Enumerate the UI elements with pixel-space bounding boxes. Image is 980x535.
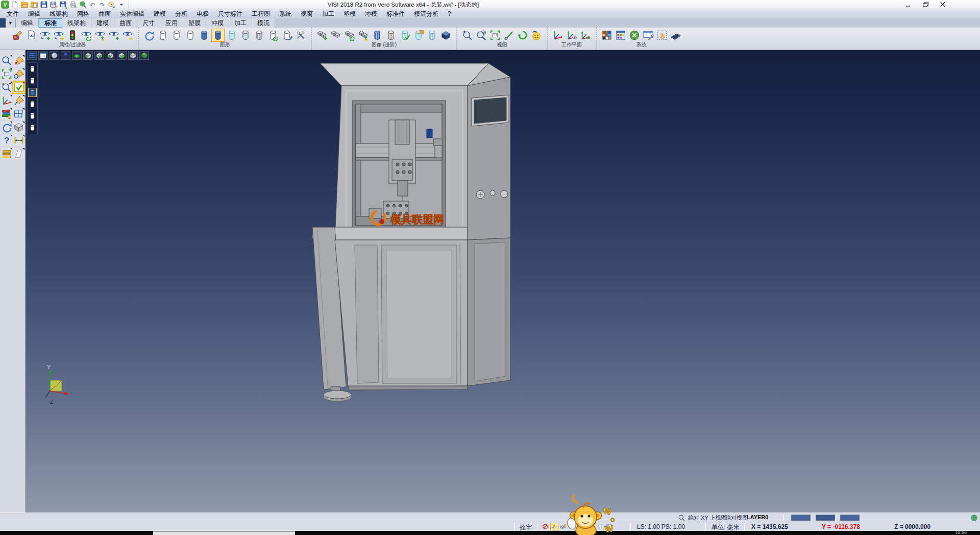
os-taskbar[interactable]: 15:56 <box>0 531 980 535</box>
copy-view-icon[interactable] <box>280 29 293 42</box>
zoom-scale-icon[interactable] <box>1 82 12 93</box>
attribute-copy-icon[interactable] <box>24 29 38 42</box>
hide-all-icon[interactable] <box>121 29 134 42</box>
menu-item-16[interactable]: 冲模 <box>360 10 382 18</box>
menu-item-17[interactable]: 标准件 <box>382 10 409 18</box>
layer-manager-icon[interactable] <box>1 108 12 119</box>
tab-10[interactable]: 加工 <box>229 18 252 28</box>
snap-toggle-icon[interactable] <box>541 523 549 530</box>
search-icon[interactable] <box>678 514 685 522</box>
flat-view-icon[interactable] <box>239 29 252 42</box>
menu-item-3[interactable]: 线架构 <box>45 10 72 18</box>
modify-tool-icon[interactable] <box>13 68 24 80</box>
zoom-fit-icon[interactable]: 1:1 <box>488 29 502 42</box>
dashed-hidden-view-icon[interactable] <box>184 29 197 42</box>
tab-8[interactable]: 塑膜 <box>183 18 206 28</box>
tab-5[interactable]: 曲面 <box>114 18 137 28</box>
shaded-view-icon[interactable] <box>198 29 211 42</box>
menu-item-9[interactable]: 电极 <box>192 10 213 18</box>
tab-7[interactable]: 应用 <box>160 18 183 28</box>
grid-settings-icon[interactable] <box>669 29 682 42</box>
tab-4[interactable]: 建模 <box>91 18 114 28</box>
minimize-button[interactable] <box>899 0 917 9</box>
menu-item-15[interactable]: 塑模 <box>339 10 360 18</box>
menu-item-8[interactable]: 分析 <box>170 10 192 18</box>
zoom-window-icon[interactable] <box>475 29 488 42</box>
color-palette-icon[interactable] <box>600 29 614 42</box>
show-hide-icon[interactable] <box>93 29 107 42</box>
mesh-view-icon[interactable] <box>253 29 266 42</box>
zoom-tool-icon[interactable] <box>1 55 12 66</box>
adv-show-add-icon[interactable] <box>315 29 329 42</box>
grid-window-icon[interactable] <box>13 108 24 119</box>
confirm-tool-icon[interactable] <box>13 82 24 93</box>
menu-item-6[interactable]: 实体编辑 <box>115 10 149 18</box>
redraw-icon[interactable] <box>142 29 156 42</box>
erase-tool-icon[interactable] <box>13 55 24 66</box>
solid-wire-cyan-icon[interactable] <box>426 29 439 42</box>
close-button[interactable] <box>934 0 951 9</box>
solid-tag-icon[interactable] <box>412 29 425 42</box>
measure-icon[interactable] <box>13 135 24 146</box>
shaded-edges-view-icon[interactable] <box>211 29 225 42</box>
menu-item-14[interactable]: 加工 <box>317 10 339 18</box>
spline-tool-icon[interactable] <box>13 95 24 106</box>
menu-item-10[interactable]: 尺寸标注 <box>213 10 247 18</box>
menu-item-18[interactable]: 模流分析 <box>409 10 443 18</box>
menu-item-2[interactable]: 编辑 <box>23 10 45 18</box>
render-mode-icon[interactable] <box>530 29 543 42</box>
globe-icon[interactable] <box>970 514 978 522</box>
system-settings-icon[interactable] <box>628 29 641 42</box>
show-add-icon[interactable] <box>38 29 52 42</box>
tab-3[interactable]: 线架构 <box>62 18 91 28</box>
adv-refresh-icon[interactable] <box>343 29 356 42</box>
menu-item-7[interactable]: 建模 <box>149 10 170 18</box>
maximize-button[interactable] <box>917 0 934 9</box>
tab-1[interactable]: 编辑 <box>16 18 39 28</box>
refresh-visibility-icon[interactable] <box>80 29 93 42</box>
translucent-view-icon[interactable] <box>225 29 238 42</box>
table-settings-icon[interactable] <box>642 29 655 42</box>
workplane-icon[interactable] <box>551 29 565 42</box>
selection-settings-icon[interactable] <box>655 29 669 42</box>
display-settings-icon[interactable] <box>614 29 627 42</box>
attribute-change-icon[interactable] <box>11 29 24 42</box>
ucs-axis-icon[interactable] <box>1 95 12 106</box>
wireframe-view-icon[interactable] <box>156 29 169 42</box>
show-all-icon[interactable] <box>107 29 120 42</box>
solid-stripe-blue-icon[interactable] <box>371 29 384 42</box>
taskbar-app-segment[interactable] <box>153 531 295 535</box>
menu-item-12[interactable]: 系统 <box>275 10 296 18</box>
menu-item-19[interactable]: ? <box>443 10 456 17</box>
color-swatch-2[interactable] <box>816 515 835 521</box>
view-mode-label[interactable]: 绝对视图 <box>725 514 748 522</box>
filter-traffic-icon[interactable] <box>66 29 79 42</box>
color-swatch-3[interactable] <box>840 515 860 521</box>
solid-stripe-icon[interactable] <box>384 29 398 42</box>
hide-remove-icon[interactable] <box>52 29 65 42</box>
regen-icon[interactable] <box>1 121 12 133</box>
active-layer-label[interactable]: LAYER0 <box>747 514 768 520</box>
help-tool-icon[interactable]: ? <box>1 135 12 146</box>
menu-item-1[interactable]: 文件 <box>2 10 23 18</box>
regen-solid-icon[interactable] <box>266 29 280 42</box>
tab-9[interactable]: 冲模 <box>206 18 229 28</box>
color-swatch-1[interactable] <box>791 515 811 521</box>
cnc-machine-model[interactable] <box>312 63 510 401</box>
pan-icon[interactable] <box>502 29 516 42</box>
view-settings-icon[interactable] <box>294 29 307 42</box>
solid-check-icon[interactable] <box>398 29 411 42</box>
workplane-align-icon[interactable] <box>579 29 592 42</box>
solid-preview-icon[interactable] <box>13 121 24 133</box>
menu-item-4[interactable]: 网格 <box>72 10 94 18</box>
sheet-icon[interactable] <box>13 148 24 159</box>
adv-filter-icon[interactable] <box>329 29 342 42</box>
menu-item-13[interactable]: 视窗 <box>296 10 317 18</box>
tab-6[interactable]: 尺寸 <box>137 18 160 28</box>
rotate-view-icon[interactable] <box>516 29 529 42</box>
solid-cube-icon[interactable] <box>439 29 453 42</box>
zoom-in-icon[interactable] <box>461 29 474 42</box>
menu-item-11[interactable]: 工程图 <box>247 10 275 18</box>
tab-2[interactable]: 标准 <box>39 18 62 28</box>
viewport-3d[interactable]: 模具联盟网 Y Z <box>26 50 980 513</box>
